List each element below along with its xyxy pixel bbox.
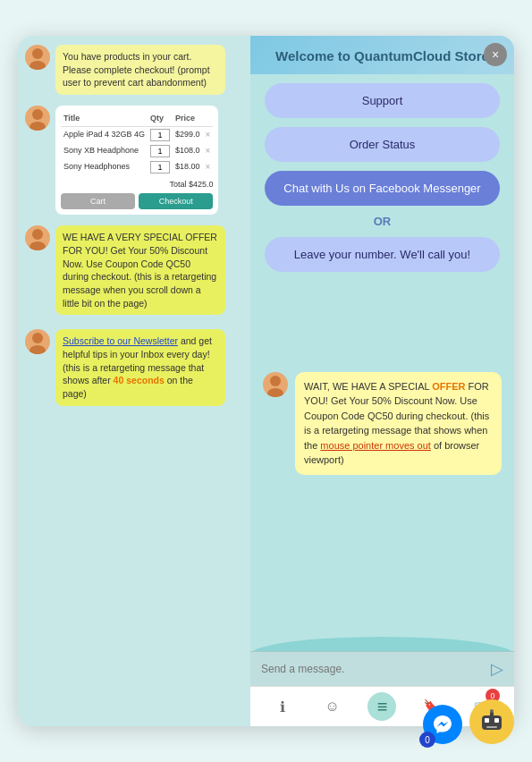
messenger-badge: 0 (419, 732, 435, 748)
checkout-button[interactable]: Checkout (139, 193, 213, 209)
cart-total: Total $425.0 (61, 175, 213, 190)
svg-point-3 (30, 122, 46, 131)
menu-area: Support Order Status Chat with Us on Fac… (250, 74, 514, 363)
message-row-offer: WE HAVE A VERY SPECIAL OFFER FOR YOU! Ge… (25, 225, 243, 315)
col-qty: Qty (148, 111, 173, 126)
remove-1[interactable]: × (203, 126, 214, 143)
welcome-header: Welcome to QuantumCloud Store (250, 36, 514, 74)
subscribe-link[interactable]: Subscribe to our Newsletter (63, 335, 178, 346)
callback-button[interactable]: Leave your number. We'll call you! (265, 237, 500, 272)
cart-bubble: Title Qty Price Apple iPad 4 32GB 4G $29… (55, 106, 218, 215)
message-row-cart: Title Qty Price Apple iPad 4 32GB 4G $29… (25, 106, 243, 215)
cart-table: Title Qty Price Apple iPad 4 32GB 4G $29… (61, 111, 213, 175)
smiley-icon[interactable]: ☺ (318, 692, 347, 721)
or-divider: OR (265, 215, 500, 228)
avatar-right (263, 372, 288, 397)
order-status-button[interactable]: Order Status (265, 127, 500, 162)
close-button[interactable]: × (484, 43, 507, 66)
send-area: ▷ (250, 651, 514, 686)
right-chat-area: WAIT, WE HAVE A SPECIAL OFFER FOR YOU! G… (250, 363, 514, 652)
subscribe-bubble: Subscribe to our Newsletter and get help… (55, 329, 225, 405)
svg-point-4 (32, 229, 43, 240)
svg-point-5 (30, 241, 46, 250)
cart-button[interactable]: Cart (61, 193, 135, 209)
messenger-float-button[interactable]: 0 (423, 705, 462, 744)
robot-float-button[interactable] (469, 699, 514, 744)
mouse-out-link[interactable]: mouse pointer moves out (320, 440, 431, 451)
subscribe-time: 40 seconds (114, 375, 165, 385)
svg-point-0 (32, 48, 43, 59)
svg-rect-13 (486, 726, 497, 728)
info-icon[interactable]: ℹ (268, 692, 297, 721)
remove-3[interactable]: × (203, 159, 214, 175)
qty-input-2[interactable] (150, 145, 170, 157)
message-bubble-1: You have products in your cart. Please c… (55, 45, 225, 95)
cart-row-1: Apple iPad 4 32GB 4G $299.0 × (61, 126, 213, 143)
qty-input-3[interactable] (150, 161, 170, 174)
right-msg-row: WAIT, WE HAVE A SPECIAL OFFER FOR YOU! G… (263, 372, 502, 475)
offer-bubble-left: WE HAVE A VERY SPECIAL OFFER FOR YOU! Ge… (55, 225, 225, 315)
svg-point-7 (30, 345, 46, 354)
send-input[interactable] (261, 663, 484, 675)
cart-actions: Cart Checkout (61, 193, 213, 209)
send-button[interactable]: ▷ (491, 659, 503, 679)
col-title: Title (61, 111, 148, 126)
qty-input-1[interactable] (150, 129, 170, 141)
remove-2[interactable]: × (203, 143, 214, 159)
message-row-subscribe: Subscribe to our Newsletter and get help… (25, 329, 243, 405)
cart-row-3: Sony Headphones $18.00 × (61, 159, 213, 175)
avatar-2 (25, 106, 50, 131)
menu-icon[interactable]: ≡ (367, 692, 396, 721)
offer-highlight: OFFER (432, 381, 465, 392)
message-row-1: You have products in your cart. Please c… (25, 45, 243, 95)
avatar-3 (25, 225, 50, 250)
svg-point-9 (267, 388, 283, 397)
chat-widget: You have products in your cart. Please c… (18, 36, 514, 726)
svg-point-1 (30, 61, 46, 70)
support-button[interactable]: Support (265, 83, 500, 118)
cart-row-2: Sony XB Headphone $108.0 × (61, 143, 213, 159)
svg-point-2 (32, 109, 43, 120)
svg-point-8 (270, 376, 281, 386)
chat-right-panel: × Welcome to QuantumCloud Store Support … (250, 36, 514, 726)
svg-rect-11 (485, 718, 489, 723)
svg-point-15 (490, 709, 494, 713)
facebook-messenger-button[interactable]: Chat with Us on Facebook Messenger (265, 171, 500, 206)
col-price: Price (173, 111, 203, 126)
avatar-1 (25, 45, 50, 70)
chat-left-panel: You have products in your cart. Please c… (18, 36, 250, 726)
svg-rect-12 (494, 718, 499, 723)
offer-bubble-right: WAIT, WE HAVE A SPECIAL OFFER FOR YOU! G… (295, 372, 502, 475)
floating-buttons: 0 (423, 699, 514, 744)
svg-point-6 (32, 333, 43, 343)
avatar-4 (25, 329, 50, 354)
